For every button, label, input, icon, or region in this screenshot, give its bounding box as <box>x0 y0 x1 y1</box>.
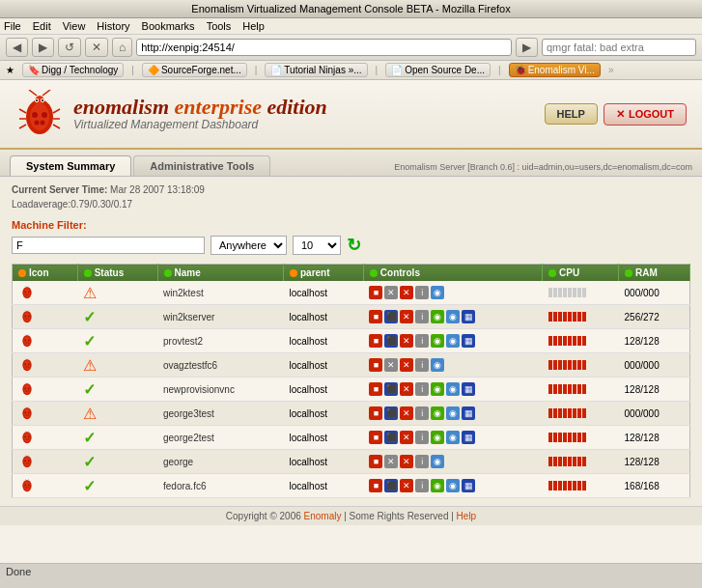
svg-point-85 <box>28 407 29 408</box>
tab-admin-tools[interactable]: Administrative Tools <box>133 155 270 176</box>
cell-name-1[interactable]: win2kserver <box>157 305 284 329</box>
ctrl-users[interactable]: ◉ <box>431 406 444 420</box>
ctrl-migrate[interactable]: ⬛ <box>384 479 398 492</box>
home-button[interactable]: ⌂ <box>112 38 132 57</box>
back-button[interactable]: ◀ <box>6 38 28 57</box>
ctrl-del[interactable]: ✕ <box>400 479 413 492</box>
ctrl-del[interactable]: ✕ <box>400 455 413 468</box>
ctrl-stop[interactable]: ■ <box>369 431 382 444</box>
ctrl-users[interactable]: ◉ <box>431 479 444 492</box>
url-input[interactable] <box>136 39 512 56</box>
bookmark-tutorial[interactable]: 📄 Tutorial Ninjas »... <box>265 63 367 77</box>
ctrl-migrate[interactable]: ⬛ <box>384 382 398 396</box>
ctrl-stop[interactable]: ■ <box>369 382 382 396</box>
ctrl-snapshot[interactable]: ▦ <box>462 479 475 492</box>
ctrl-info[interactable]: i <box>415 358 429 372</box>
cell-name-6[interactable]: george2test <box>157 426 284 450</box>
ctrl-users[interactable]: ◉ <box>431 310 444 323</box>
ctrl-console[interactable]: ◉ <box>446 431 460 444</box>
ctrl-del[interactable]: ✕ <box>400 382 413 396</box>
ctrl-console[interactable]: ◉ <box>446 310 460 323</box>
filter-input[interactable] <box>12 237 205 254</box>
filter-location-select[interactable]: Anywhere Name Status <box>211 236 287 255</box>
menu-history[interactable]: History <box>97 20 129 32</box>
go-button[interactable]: ▶ <box>516 38 538 57</box>
ctrl-pause[interactable]: ✕ <box>384 358 398 372</box>
reload-button[interactable]: ↺ <box>58 38 81 57</box>
menu-help[interactable]: Help <box>242 20 265 32</box>
ctrl-del[interactable]: ✕ <box>400 358 413 372</box>
ctrl-snapshot[interactable]: ▦ <box>462 334 475 348</box>
ctrl-info[interactable]: i <box>415 479 429 492</box>
ctrl-users[interactable]: ◉ <box>431 431 444 444</box>
ctrl-migrate[interactable]: ⬛ <box>384 406 398 420</box>
cell-name-2[interactable]: provtest2 <box>157 329 284 353</box>
ctrl-info[interactable]: i <box>415 310 429 323</box>
ctrl-stop[interactable]: ■ <box>369 334 382 348</box>
ctrl-migrate[interactable]: ⬛ <box>384 310 398 323</box>
ctrl-pause[interactable]: ✕ <box>384 286 398 299</box>
cell-name-4[interactable]: newprovisionvnc <box>157 378 284 402</box>
ctrl-info[interactable]: i <box>415 334 429 348</box>
ctrl-stop[interactable]: ■ <box>369 479 382 492</box>
bookmark-digg[interactable]: 🔖 Digg / Technology <box>22 63 124 77</box>
cell-name-5[interactable]: george3test <box>157 402 284 426</box>
footer-link-enomaly[interactable]: Enomaly <box>304 511 342 521</box>
cell-name-7[interactable]: george <box>157 450 284 474</box>
refresh-button[interactable]: ↻ <box>347 235 361 256</box>
ctrl-migrate[interactable]: ⬛ <box>384 431 398 444</box>
filter-count-select[interactable]: 10 25 50 <box>293 236 341 255</box>
search-input[interactable] <box>542 39 696 56</box>
ctrl-snapshot[interactable]: ▦ <box>462 406 475 420</box>
ctrl-migrate[interactable]: ⬛ <box>384 334 398 348</box>
menu-edit[interactable]: Edit <box>33 20 51 32</box>
ctrl-stop[interactable]: ■ <box>369 286 382 299</box>
cell-name-3[interactable]: ovagztestfc6 <box>157 353 284 378</box>
ctrl-console[interactable]: ◉ <box>446 479 460 492</box>
help-button[interactable]: HELP <box>545 103 598 125</box>
ctrl-info[interactable]: i <box>415 382 429 396</box>
ctrl-del[interactable]: ✕ <box>400 286 413 299</box>
bookmark-opensource[interactable]: 📄 Open Source De... <box>385 63 491 77</box>
ctrl-console[interactable]: ◉ <box>431 286 444 299</box>
ctrl-users[interactable]: ◉ <box>431 334 444 348</box>
ctrl-console[interactable]: ◉ <box>446 406 460 420</box>
cell-name-0[interactable]: win2ktest <box>157 281 284 305</box>
ctrl-del[interactable]: ✕ <box>400 431 413 444</box>
ctrl-console[interactable]: ◉ <box>431 358 444 372</box>
forward-button[interactable]: ▶ <box>32 38 54 57</box>
cell-name-8[interactable]: fedora.fc6 <box>157 474 284 498</box>
menu-bookmarks[interactable]: Bookmarks <box>142 20 195 32</box>
server-time-value: Mar 28 2007 13:18:09 <box>110 184 205 195</box>
ctrl-info[interactable]: i <box>415 455 429 468</box>
ctrl-stop[interactable]: ■ <box>369 310 382 323</box>
ctrl-console[interactable]: ◉ <box>446 334 460 348</box>
ctrl-snapshot[interactable]: ▦ <box>462 431 475 444</box>
ctrl-del[interactable]: ✕ <box>400 406 413 420</box>
ctrl-del[interactable]: ✕ <box>400 310 413 323</box>
tab-system-summary[interactable]: System Summary <box>10 155 131 176</box>
ctrl-del[interactable]: ✕ <box>400 334 413 348</box>
stop-button[interactable]: ✕ <box>85 38 108 57</box>
ctrl-console[interactable]: ◉ <box>446 382 460 396</box>
ctrl-stop[interactable]: ■ <box>369 455 382 468</box>
bookmark-sourceforge[interactable]: 🔶 SourceForge.net... <box>142 63 247 77</box>
ctrl-users[interactable]: ◉ <box>431 382 444 396</box>
footer-link-help[interactable]: Help <box>457 511 477 521</box>
ctrl-console[interactable]: ◉ <box>431 455 444 468</box>
logout-button[interactable]: ✕ LOGOUT <box>604 103 687 126</box>
ctrl-stop[interactable]: ■ <box>369 358 382 372</box>
menu-tools[interactable]: Tools <box>207 20 232 32</box>
ctrl-stop[interactable]: ■ <box>369 406 382 420</box>
ctrl-snapshot[interactable]: ▦ <box>462 382 475 396</box>
ctrl-info[interactable]: i <box>415 431 429 444</box>
menu-view[interactable]: View <box>63 20 86 32</box>
logo-title: enomalism enterprise edition <box>73 97 327 118</box>
ctrl-info[interactable]: i <box>415 286 429 299</box>
ctrl-info[interactable]: i <box>415 406 429 420</box>
ctrl-pause[interactable]: ✕ <box>384 455 398 468</box>
menu-file[interactable]: File <box>4 20 21 32</box>
bookmark-enomalism[interactable]: 🐞 Enomalism Vi... <box>509 63 601 77</box>
ctrl-snapshot[interactable]: ▦ <box>462 310 475 323</box>
th-controls: Controls <box>363 265 542 282</box>
